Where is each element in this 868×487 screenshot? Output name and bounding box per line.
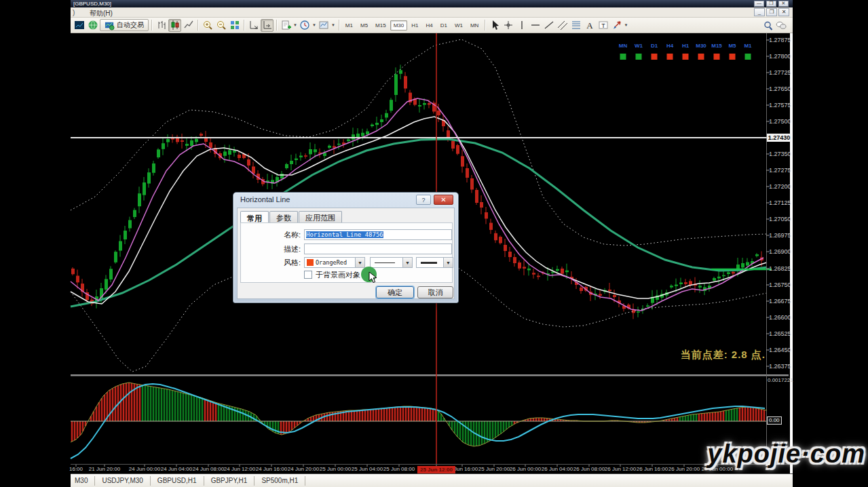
cancel-button[interactable]: 取消 [417,286,453,298]
name-label: 名称: [241,230,301,240]
ok-button[interactable]: 确定 [376,286,414,298]
dialog-body: 常用参数应用范围 名称: Horizontal Line 48756 描述: 风… [237,208,455,299]
watermark: ykpojie·com [707,440,865,469]
line-width-select[interactable]: ▼ [416,257,453,268]
color-select[interactable]: OrangeRed ▼ [304,257,365,268]
description-input[interactable] [304,244,452,254]
line-style-sample [375,262,395,263]
line-style-select[interactable]: ▼ [370,257,413,268]
chevron-down-icon: ▼ [443,258,453,267]
name-input-selection: Horizontal Line 48756 [306,231,383,238]
help-icon[interactable]: ? [416,195,431,205]
dialog-title: Horizontal Line [240,195,290,203]
style-label: 风格: [241,258,301,268]
dialog-tab-page: 名称: Horizontal Line 48756 描述: 风格: Orange… [240,222,453,283]
color-value: OrangeRed [316,259,347,266]
mouse-cursor-icon [369,272,378,284]
name-input[interactable]: Horizontal Line 48756 [304,229,452,240]
background-checkbox-label: 于背景画对象 [316,270,360,280]
dialog-close-icon[interactable]: ✕ [434,195,453,205]
horizontal-line-dialog: Horizontal Line ? ✕ 常用参数应用范围 名称: Horizon… [233,192,459,303]
description-label: 描述: [241,244,301,254]
chevron-down-icon: ▼ [355,258,364,267]
background-checkbox[interactable] [304,271,312,279]
chevron-down-icon: ▼ [402,258,412,267]
color-swatch [307,259,314,266]
line-width-sample [421,262,437,264]
